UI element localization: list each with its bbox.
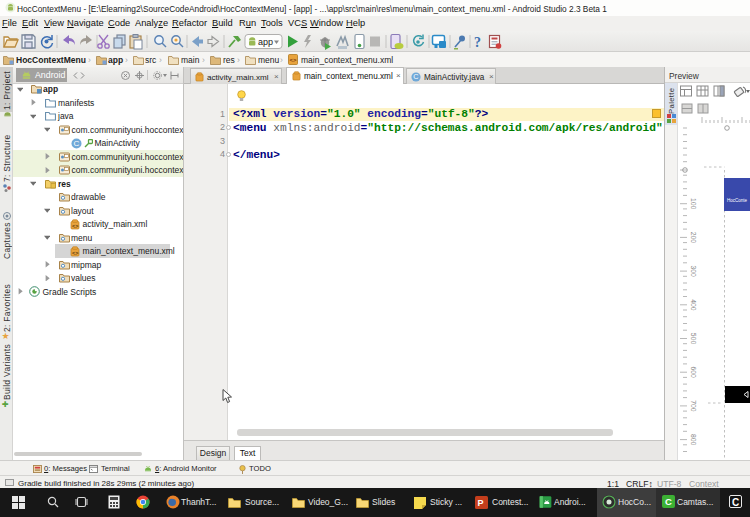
svg-text:400: 400	[690, 299, 697, 311]
svg-text:<>: <>	[290, 57, 298, 63]
svg-text:<>: <>	[72, 249, 78, 255]
svg-text:100: 100	[690, 198, 697, 210]
svg-text:P: P	[478, 498, 484, 508]
svg-text:C: C	[413, 72, 418, 81]
svg-text:200: 200	[690, 232, 697, 244]
svg-text:600: 600	[690, 367, 697, 379]
svg-text:800: 800	[690, 434, 697, 446]
svg-text:C: C	[73, 139, 79, 148]
svg-text:300: 300	[690, 265, 697, 277]
svg-text:500: 500	[690, 333, 697, 345]
svg-text:C: C	[732, 497, 739, 508]
svg-text:app: app	[258, 37, 273, 47]
svg-text:C: C	[665, 496, 672, 507]
svg-text:700: 700	[690, 400, 697, 412]
svg-text:?: ?	[474, 35, 481, 50]
svg-text:<>: <>	[72, 222, 78, 228]
